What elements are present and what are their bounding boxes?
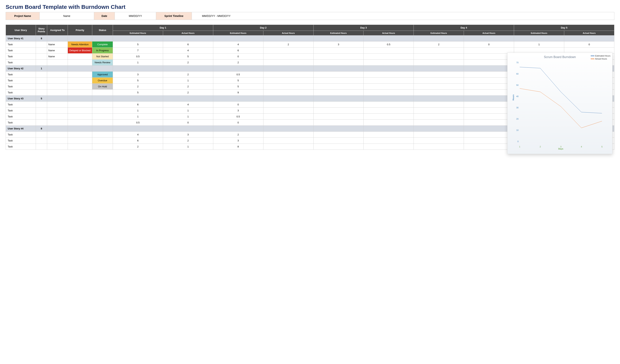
- task-status[interactable]: In Progress: [92, 47, 113, 54]
- task-hours-7[interactable]: [464, 72, 514, 77]
- task-hours-5[interactable]: [364, 144, 414, 150]
- task-hours-0[interactable]: 2: [113, 84, 163, 90]
- task-hours-1[interactable]: 1: [163, 144, 213, 150]
- task-status[interactable]: On Hold: [92, 84, 113, 90]
- task-hours-1[interactable]: 2: [163, 90, 213, 96]
- task-hours-1[interactable]: 2: [163, 60, 213, 66]
- task-points[interactable]: [36, 42, 47, 47]
- task-hours-7[interactable]: 0: [464, 42, 514, 47]
- task-points[interactable]: [36, 144, 47, 150]
- task-hours-5[interactable]: [364, 114, 414, 120]
- task-name[interactable]: Task: [6, 108, 36, 114]
- task-name[interactable]: Task: [6, 54, 36, 60]
- task-hours-3[interactable]: [263, 47, 313, 54]
- task-hours-5[interactable]: [364, 60, 414, 66]
- task-hours-2[interactable]: 0: [213, 54, 263, 60]
- task-hours-2[interactable]: 0.5: [213, 72, 263, 77]
- task-status[interactable]: Needs Review: [92, 60, 113, 66]
- task-priority[interactable]: [68, 77, 92, 84]
- task-assigned[interactable]: [47, 72, 68, 77]
- task-hours-2[interactable]: 0: [213, 102, 263, 108]
- task-hours-7[interactable]: [464, 108, 514, 114]
- task-hours-4[interactable]: [313, 54, 364, 60]
- task-hours-4[interactable]: [313, 144, 364, 150]
- task-name[interactable]: Task: [6, 132, 36, 138]
- task-hours-1[interactable]: 0: [163, 120, 213, 126]
- task-hours-7[interactable]: [464, 120, 514, 126]
- task-hours-6[interactable]: 2: [414, 42, 464, 47]
- task-hours-2[interactable]: 5: [213, 84, 263, 90]
- task-name[interactable]: Task: [6, 47, 36, 54]
- task-hours-6[interactable]: [414, 72, 464, 77]
- task-hours-5[interactable]: 0.5: [364, 42, 414, 47]
- task-hours-7[interactable]: [464, 132, 514, 138]
- project-name-value[interactable]: Name: [40, 12, 94, 20]
- task-hours-3[interactable]: [263, 84, 313, 90]
- task-points[interactable]: [36, 108, 47, 114]
- task-hours-7[interactable]: [464, 84, 514, 90]
- task-hours-1[interactable]: 1: [163, 114, 213, 120]
- task-hours-6[interactable]: [414, 114, 464, 120]
- task-name[interactable]: Task: [6, 114, 36, 120]
- task-assigned[interactable]: [47, 90, 68, 96]
- task-name[interactable]: Task: [6, 144, 36, 150]
- task-points[interactable]: [36, 90, 47, 96]
- task-status[interactable]: [92, 120, 113, 126]
- task-hours-4[interactable]: [313, 120, 364, 126]
- task-hours-1[interactable]: 4: [163, 102, 213, 108]
- task-hours-3[interactable]: 2: [263, 42, 313, 47]
- task-hours-7[interactable]: [464, 144, 514, 150]
- task-assigned[interactable]: [47, 108, 68, 114]
- task-hours-4[interactable]: [313, 72, 364, 77]
- task-hours-1[interactable]: 1: [163, 77, 213, 84]
- task-hours-2[interactable]: 0: [213, 120, 263, 126]
- task-hours-1[interactable]: 2: [163, 84, 213, 90]
- task-priority[interactable]: [68, 108, 92, 114]
- task-hours-3[interactable]: [263, 108, 313, 114]
- task-hours-3[interactable]: [263, 90, 313, 96]
- task-hours-4[interactable]: 3: [313, 42, 364, 47]
- task-hours-4[interactable]: [313, 77, 364, 84]
- task-points[interactable]: [36, 138, 47, 144]
- task-hours-0[interactable]: 3: [113, 72, 163, 77]
- task-hours-0[interactable]: 6: [113, 138, 163, 144]
- task-status[interactable]: [92, 132, 113, 138]
- task-hours-7[interactable]: [464, 54, 514, 60]
- task-hours-2[interactable]: 2: [213, 132, 263, 138]
- task-assigned[interactable]: [47, 132, 68, 138]
- task-hours-0[interactable]: 5: [113, 90, 163, 96]
- task-hours-3[interactable]: [263, 138, 313, 144]
- task-points[interactable]: [36, 77, 47, 84]
- task-hours-0[interactable]: 1: [113, 108, 163, 114]
- task-points[interactable]: [36, 132, 47, 138]
- task-hours-5[interactable]: [364, 132, 414, 138]
- task-hours-1[interactable]: 4: [163, 47, 213, 54]
- task-hours-6[interactable]: [414, 108, 464, 114]
- task-hours-5[interactable]: [364, 54, 414, 60]
- task-hours-7[interactable]: [464, 47, 514, 54]
- task-priority[interactable]: [68, 72, 92, 77]
- task-hours-6[interactable]: [414, 120, 464, 126]
- task-hours-7[interactable]: [464, 60, 514, 66]
- task-hours-0[interactable]: 0.5: [113, 54, 163, 60]
- task-points[interactable]: [36, 84, 47, 90]
- task-hours-0[interactable]: 1: [113, 60, 163, 66]
- task-points[interactable]: [36, 102, 47, 108]
- task-hours-2[interactable]: 6: [213, 47, 263, 54]
- task-priority[interactable]: [68, 114, 92, 120]
- task-assigned[interactable]: Name: [47, 54, 68, 60]
- task-hours-3[interactable]: [263, 102, 313, 108]
- task-priority[interactable]: [68, 54, 92, 60]
- task-hours-8[interactable]: 1: [514, 42, 564, 47]
- task-priority[interactable]: [68, 144, 92, 150]
- task-status[interactable]: Complete: [92, 42, 113, 47]
- task-hours-0[interactable]: 5: [113, 77, 163, 84]
- task-assigned[interactable]: [47, 60, 68, 66]
- task-name[interactable]: Task: [6, 60, 36, 66]
- task-priority[interactable]: [68, 102, 92, 108]
- task-status[interactable]: Approved: [92, 72, 113, 77]
- task-hours-4[interactable]: [313, 102, 364, 108]
- task-hours-6[interactable]: [414, 60, 464, 66]
- task-hours-4[interactable]: [313, 138, 364, 144]
- task-status[interactable]: Overdue: [92, 77, 113, 84]
